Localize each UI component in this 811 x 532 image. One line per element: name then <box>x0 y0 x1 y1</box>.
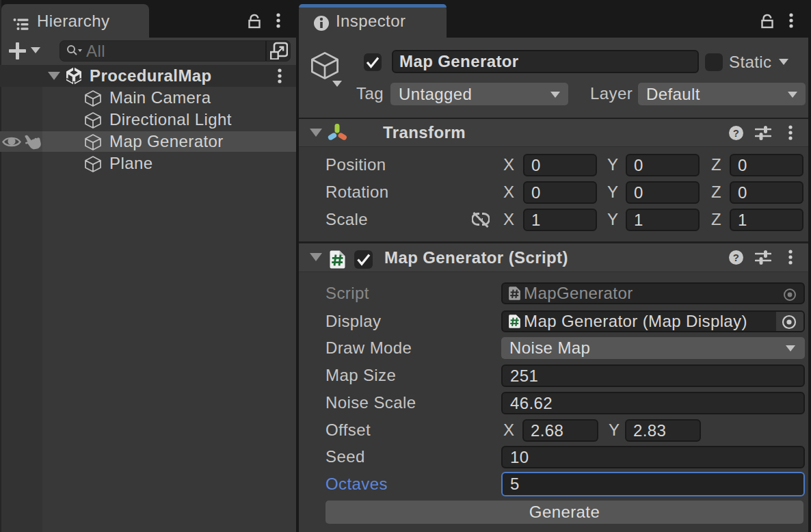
svg-text:?: ? <box>733 127 740 139</box>
svg-text:?: ? <box>733 252 740 263</box>
